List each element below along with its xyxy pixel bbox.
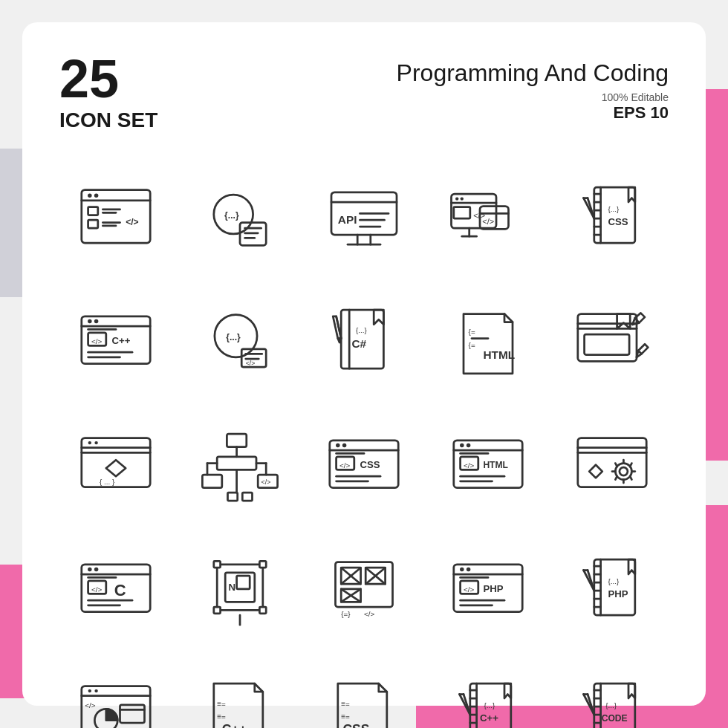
svg-text:≡=: ≡= (341, 712, 350, 721)
svg-point-120 (620, 467, 628, 475)
svg-rect-77 (81, 438, 149, 487)
svg-rect-85 (217, 457, 256, 470)
icon-api-monitor: API (308, 162, 420, 274)
icon-cpp-note: {...} C++ (432, 659, 545, 728)
svg-text:C++: C++ (111, 335, 130, 346)
svg-text:≡=: ≡= (341, 700, 350, 708)
svg-rect-72 (585, 334, 630, 355)
svg-text:{=}: {=} (341, 610, 351, 618)
svg-text:{=: {= (469, 340, 475, 348)
svg-text:≡=: ≡= (217, 700, 226, 708)
svg-point-103 (336, 443, 340, 448)
svg-rect-144 (259, 607, 266, 614)
svg-text:</>: </> (91, 585, 103, 594)
svg-text:{...}: {...} (608, 205, 620, 213)
icon-php-browser: </> PHP (432, 535, 545, 647)
svg-point-119 (616, 464, 632, 480)
icon-css-file: ≡= ≡= CSS (308, 659, 420, 728)
svg-text:C++: C++ (222, 723, 247, 728)
svg-point-36 (461, 197, 464, 200)
svg-text:{...}: {...} (356, 326, 368, 334)
icon-code-note: {...} CODE (556, 659, 669, 728)
svg-text:{  ...  }: { ... } (100, 478, 115, 486)
svg-point-183 (88, 689, 91, 692)
svg-text:{...}: {...} (608, 577, 620, 585)
svg-text:HTML: HTML (484, 348, 516, 361)
svg-point-168 (467, 568, 471, 572)
svg-point-82 (94, 441, 97, 444)
svg-rect-142 (259, 562, 266, 568)
svg-text:CODE: CODE (602, 713, 628, 724)
collection-title: Programming And Coding (397, 59, 669, 87)
icon-count: 25 (59, 52, 157, 105)
svg-rect-2 (88, 207, 97, 215)
svg-text:</>: </> (85, 702, 96, 710)
svg-text:</>: </> (464, 585, 475, 594)
icon-json-circle: {...} </> (183, 286, 296, 398)
icon-web-browser: </> (59, 659, 172, 728)
svg-text:C++: C++ (480, 712, 498, 724)
icon-csharp-book: {...} C# (308, 286, 420, 398)
icon-diamond-code: { ... } (59, 410, 172, 522)
icon-css-browser: </> CSS (308, 410, 420, 522)
svg-rect-5 (88, 220, 97, 228)
svg-text:</>: </> (364, 610, 375, 618)
svg-point-51 (88, 319, 92, 323)
svg-text:{...}: {...} (224, 210, 239, 221)
svg-text:API: API (338, 212, 357, 225)
svg-rect-93 (227, 493, 237, 501)
icon-web-code: </> (59, 162, 172, 274)
svg-text:C#: C# (352, 337, 367, 349)
header-right: Programming And Coding 100% Editable EPS… (397, 52, 669, 123)
header-left: 25 ICON SET (59, 52, 157, 132)
svg-text:{...}: {...} (484, 702, 496, 710)
icon-css-note: {...} CSS (556, 162, 669, 274)
svg-text:{...}: {...} (606, 702, 618, 710)
svg-point-104 (342, 443, 347, 448)
icon-c-browser: </> C (59, 535, 172, 647)
icon-php-note: {...} PHP (556, 535, 669, 647)
svg-line-128 (631, 464, 632, 467)
svg-point-167 (460, 568, 464, 572)
svg-rect-141 (214, 562, 221, 568)
svg-point-35 (455, 197, 458, 200)
svg-text:≡=: ≡= (217, 712, 226, 721)
svg-text:HTML: HTML (484, 460, 509, 470)
icon-edit-browser (556, 286, 669, 398)
svg-text:N: N (228, 582, 235, 593)
svg-text:CSS: CSS (342, 723, 369, 728)
icon-diamond-gear (556, 410, 669, 522)
svg-text:{...}: {...} (226, 331, 241, 342)
svg-rect-90 (202, 475, 221, 488)
svg-line-127 (616, 476, 617, 479)
svg-point-137 (94, 568, 98, 572)
svg-text:</>: </> (91, 337, 103, 345)
icon-html-browser: </> HTML (432, 410, 545, 522)
svg-line-126 (631, 476, 632, 479)
svg-rect-0 (81, 189, 149, 243)
svg-line-125 (616, 464, 617, 467)
svg-point-184 (94, 689, 97, 692)
icon-set-label: ICON SET (59, 108, 157, 132)
svg-rect-94 (242, 493, 252, 501)
svg-rect-181 (120, 705, 144, 723)
svg-rect-83 (227, 434, 246, 447)
svg-text:</>: </> (126, 216, 139, 227)
svg-point-9 (88, 193, 92, 198)
svg-rect-30 (454, 207, 470, 218)
svg-point-114 (467, 443, 471, 448)
svg-text:CSS: CSS (608, 215, 628, 227)
svg-text:{=: {= (469, 328, 475, 336)
svg-rect-146 (236, 576, 250, 589)
icon-design-tool: N (183, 535, 296, 647)
svg-text:C: C (114, 581, 126, 599)
svg-text:CSS: CSS (360, 459, 380, 470)
icon-api-bubble: {...} (183, 162, 296, 274)
svg-point-10 (94, 193, 98, 198)
svg-text:</>: </> (483, 216, 495, 225)
svg-text:</>: </> (464, 461, 475, 469)
svg-point-113 (460, 443, 464, 448)
svg-rect-116 (578, 438, 646, 487)
header: 25 ICON SET Programming And Coding 100% … (59, 52, 669, 132)
icon-code-monitor: </> </> (432, 162, 545, 274)
